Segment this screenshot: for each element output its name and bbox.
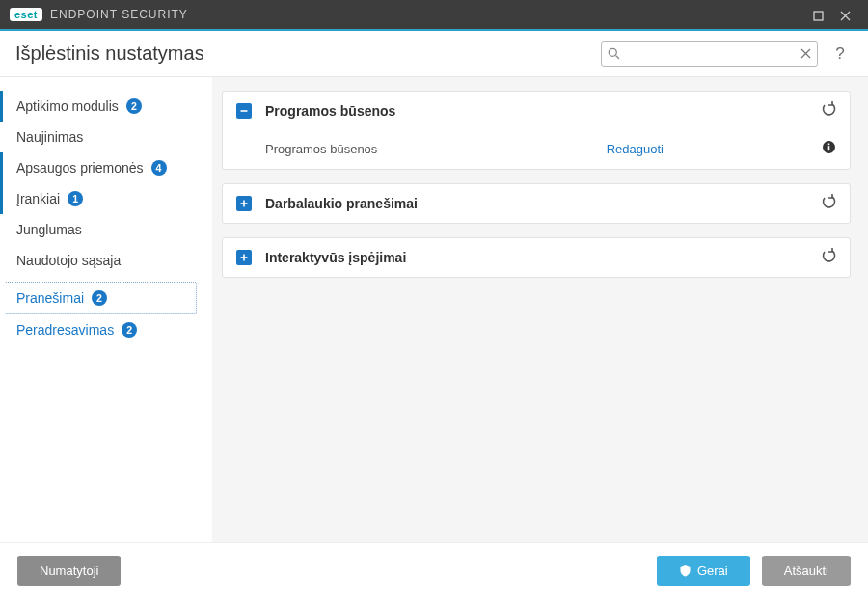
panel-desktop-notifications: Darbalaukio pranešimai	[222, 183, 851, 224]
expand-icon[interactable]	[236, 196, 252, 211]
brand-product: ENDPOINT SECURITY	[50, 8, 188, 21]
titlebar: eset ENDPOINT SECURITY	[0, 0, 868, 29]
panel-title: Programos būsenos	[265, 103, 395, 119]
help-button[interactable]: ?	[829, 44, 851, 64]
sidebar-item-label: Naujinimas	[16, 129, 83, 145]
panel-title: Darbalaukio pranešimai	[265, 196, 418, 211]
header: Išplėstinis nustatymas ?	[0, 31, 868, 77]
shield-icon	[679, 564, 692, 577]
sidebar-badge: 1	[68, 191, 83, 206]
revert-icon[interactable]	[821, 248, 836, 267]
svg-rect-7	[243, 201, 245, 207]
sidebar-sub-forwarding[interactable]: Peradresavimas 2	[0, 314, 203, 345]
button-label: Atšaukti	[784, 563, 828, 578]
sidebar-item-connectivity[interactable]: Junglumas	[0, 214, 203, 245]
window-maximize-button[interactable]	[804, 8, 831, 22]
svg-rect-5	[828, 144, 830, 146]
panel-title: Interaktyvūs įspėjimai	[265, 250, 406, 265]
edit-link[interactable]: Redaguoti	[607, 142, 664, 156]
sidebar-item-ui[interactable]: Naudotojo sąsaja	[0, 245, 203, 276]
panel-app-statuses: Programos būsenos Programos būsenos Reda…	[222, 91, 851, 170]
row-label: Programos būsenos	[265, 142, 377, 156]
sidebar-item-label: Junglumas	[16, 222, 82, 237]
revert-icon[interactable]	[821, 194, 836, 213]
svg-rect-0	[814, 12, 823, 20]
panel-interactive-alerts: Interaktyvūs įspėjimai	[222, 237, 851, 278]
svg-rect-2	[241, 110, 248, 112]
brand-logo: eset	[10, 8, 42, 21]
search-icon	[608, 47, 620, 60]
clear-search-icon[interactable]	[800, 45, 811, 63]
sidebar-item-detection[interactable]: Aptikimo modulis 2	[0, 91, 203, 122]
brand: eset ENDPOINT SECURITY	[10, 8, 188, 21]
panel-header[interactable]: Programos būsenos	[223, 92, 850, 130]
revert-icon[interactable]	[821, 101, 836, 121]
sidebar-sub-notifications[interactable]: Pranešimai 2	[4, 282, 197, 314]
sidebar: Aptikimo modulis 2 Naujinimas Apsaugos p…	[0, 77, 212, 542]
window-close-button[interactable]	[831, 8, 858, 22]
main-content: Programos būsenos Programos būsenos Reda…	[212, 77, 868, 542]
sidebar-item-label: Aptikimo modulis	[16, 98, 119, 114]
sidebar-badge: 2	[122, 322, 137, 338]
sidebar-item-update[interactable]: Naujinimas	[0, 122, 203, 152]
collapse-icon[interactable]	[236, 103, 252, 119]
button-label: Gerai	[697, 563, 728, 578]
panel-header[interactable]: Darbalaukio pranešimai	[223, 184, 850, 223]
sidebar-item-label: Pranešimai	[16, 290, 84, 306]
button-label: Numatytoji	[40, 563, 98, 578]
search-box[interactable]	[601, 41, 818, 67]
panel-header[interactable]: Interaktyvūs įspėjimai	[223, 238, 850, 277]
svg-rect-4	[828, 146, 830, 150]
panel-row: Programos būsenos Redaguoti	[223, 130, 850, 169]
sidebar-item-label: Įrankiai	[16, 191, 60, 206]
sidebar-item-label: Apsaugos priemonės	[16, 160, 144, 176]
sidebar-badge: 2	[92, 290, 107, 306]
ok-button[interactable]: Gerai	[657, 556, 750, 586]
expand-icon[interactable]	[236, 250, 252, 265]
sidebar-badge: 2	[126, 98, 142, 114]
sidebar-item-protections[interactable]: Apsaugos priemonės 4	[0, 152, 203, 183]
page-title: Išplėstinis nustatymas	[15, 42, 204, 65]
cancel-button[interactable]: Atšaukti	[762, 556, 851, 586]
sidebar-item-label: Peradresavimas	[16, 322, 114, 338]
info-icon[interactable]	[822, 140, 836, 157]
sidebar-item-tools[interactable]: Įrankiai 1	[0, 183, 203, 214]
svg-rect-9	[243, 255, 245, 261]
sidebar-item-label: Naudotojo sąsaja	[16, 253, 121, 268]
sidebar-badge: 4	[151, 160, 167, 176]
search-input[interactable]	[620, 47, 800, 61]
footer: Numatytoji Gerai Atšaukti	[0, 542, 868, 598]
defaults-button[interactable]: Numatytoji	[17, 556, 121, 586]
svg-point-1	[609, 48, 616, 56]
